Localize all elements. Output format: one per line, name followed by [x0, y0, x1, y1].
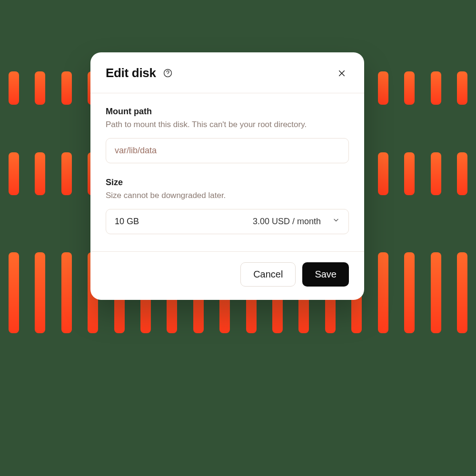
mount-path-field: Mount path Path to mount this disk. This…	[106, 107, 349, 163]
size-select[interactable]: 10 GB 3.00 USD / month	[106, 209, 349, 234]
cancel-button[interactable]: Cancel	[240, 262, 296, 287]
close-icon[interactable]	[335, 66, 349, 80]
size-selected-value: 10 GB	[115, 217, 139, 227]
mount-path-label: Mount path	[106, 107, 349, 117]
svg-point-1	[168, 75, 168, 75]
edit-disk-modal: Edit disk Mount path Path to mount this …	[90, 52, 364, 300]
modal-body: Mount path Path to mount this disk. This…	[90, 93, 364, 251]
mount-path-hint: Path to mount this disk. This can't be y…	[106, 119, 349, 130]
help-icon[interactable]	[163, 68, 173, 79]
size-label: Size	[106, 178, 349, 188]
save-button[interactable]: Save	[302, 262, 349, 287]
size-hint: Size cannot be downgraded later.	[106, 190, 349, 201]
modal-title: Edit disk	[106, 66, 156, 80]
size-selected-price: 3.00 USD / month	[253, 217, 321, 227]
modal-header: Edit disk	[90, 52, 364, 93]
size-field: Size Size cannot be downgraded later. 10…	[106, 178, 349, 234]
mount-path-input[interactable]	[106, 138, 349, 163]
chevron-down-icon	[332, 217, 340, 227]
modal-footer: Cancel Save	[90, 251, 364, 300]
